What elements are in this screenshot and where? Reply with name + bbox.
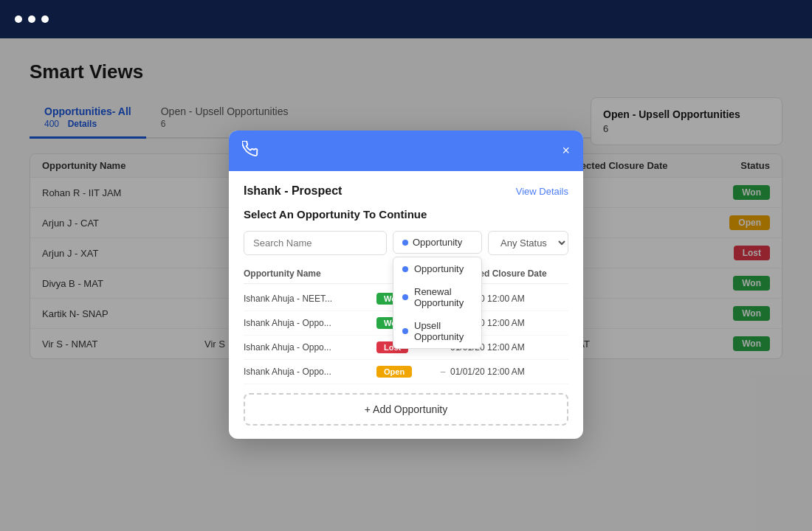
- dropdown-menu: Opportunity Renewal Opportunity Upsell O…: [393, 257, 482, 349]
- modal-contact-name: Ishank - Prospect: [244, 184, 342, 198]
- dropdown-item-opportunity[interactable]: Opportunity: [393, 257, 481, 280]
- modal-row-status: Open: [376, 366, 436, 378]
- dropdown-item-upsell[interactable]: Upsell Opportunity: [393, 314, 481, 348]
- dropdown-item-label: Upsell Opportunity: [414, 320, 472, 342]
- modal-view-details-link[interactable]: View Details: [516, 186, 568, 197]
- modal-row-name: Ishank Ahuja - Oppo...: [244, 367, 376, 377]
- modal-select-title: Select An Opportunity To Continue: [244, 208, 568, 221]
- modal-row-name: Ishank Ahuja - Oppo...: [244, 318, 376, 328]
- dropdown-item-renewal[interactable]: Renewal Opportunity: [393, 280, 481, 314]
- modal-row-date: 01/01/20 12:00 AM: [450, 367, 568, 377]
- window-dot-3: [41, 15, 49, 23]
- modal-row-dash: –: [436, 367, 450, 377]
- opportunity-type-dropdown[interactable]: Opportunity: [393, 231, 482, 254]
- dot-opportunity: [402, 266, 408, 272]
- modal-status-badge: Open: [376, 366, 412, 378]
- dot-renewal: [402, 294, 408, 300]
- dropdown-dot: [402, 240, 408, 246]
- modal-row-name: Ishank Ahuja - Oppo...: [244, 342, 376, 353]
- modal-table-row[interactable]: Ishank Ahuja - Oppo... Open – 01/01/20 1…: [244, 360, 568, 384]
- modal-body: Ishank - Prospect View Details Select An…: [229, 171, 583, 439]
- modal-header: ×: [229, 131, 583, 171]
- modal-dialog: × Ishank - Prospect View Details Select …: [229, 131, 583, 439]
- modal-search-input[interactable]: [244, 231, 387, 255]
- dropdown-item-label: Opportunity: [414, 263, 464, 274]
- modal-contact-row: Ishank - Prospect View Details: [244, 184, 568, 198]
- window-dot-2: [28, 15, 35, 23]
- opportunity-type-dropdown-container: Opportunity Opportunity Renewal Opportun…: [393, 231, 482, 255]
- dot-upsell: [402, 328, 408, 334]
- modal-row-name: Ishank Ahuja - NEET...: [244, 294, 376, 304]
- main-content: Smart Views Opportunities- All 400 Detai…: [0, 38, 812, 531]
- phone-icon: [242, 141, 258, 161]
- modal-close-button[interactable]: ×: [562, 143, 570, 159]
- modal-search-row: Opportunity Opportunity Renewal Opportun…: [244, 231, 568, 255]
- dropdown-selected: Opportunity: [413, 237, 462, 248]
- modal-status-select[interactable]: Any Status: [488, 231, 568, 255]
- top-bar: [0, 0, 812, 38]
- window-dot-1: [15, 15, 22, 23]
- add-opportunity-button[interactable]: + Add Opportunity: [244, 393, 568, 426]
- dropdown-item-label: Renewal Opportunity: [414, 286, 472, 308]
- modal-col-header-name: Opportunity Name: [244, 268, 376, 279]
